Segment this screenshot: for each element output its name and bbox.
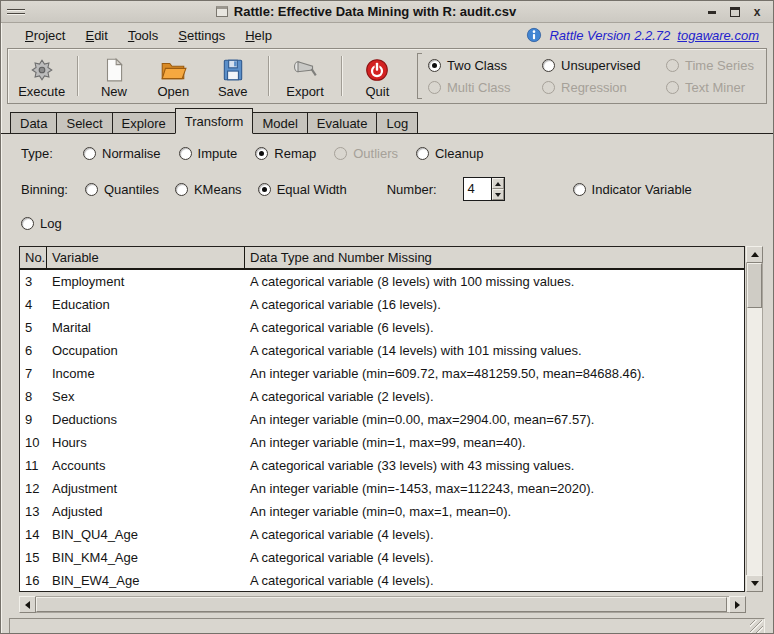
column-header-datatype: Data Type and Number Missing <box>245 247 744 268</box>
table-row[interactable]: 6 Occupation A categorical variable (14 … <box>20 339 744 362</box>
radio-dot <box>666 59 679 72</box>
tab-model[interactable]: Model <box>252 112 307 133</box>
table-row[interactable]: 10 Hours An integer variable (min=1, max… <box>20 431 744 454</box>
cell-no: 12 <box>20 477 47 500</box>
radio-unsupervised[interactable]: Unsupervised <box>542 58 664 73</box>
cell-no: 5 <box>20 316 47 339</box>
open-folder-icon <box>159 57 187 83</box>
cell-no: 16 <box>20 569 47 591</box>
menu-settings[interactable]: Settings <box>168 26 235 45</box>
window-controls: x <box>707 6 767 18</box>
menu-project[interactable]: Project <box>15 26 75 45</box>
cell-variable: Occupation <box>47 339 245 362</box>
radio-remap[interactable]: Remap <box>255 146 316 161</box>
save-button[interactable]: Save <box>203 51 262 101</box>
radio-cleanup[interactable]: Cleanup <box>416 146 483 161</box>
info-icon <box>526 27 542 43</box>
horizontal-scroll-track[interactable] <box>36 596 729 613</box>
radio-dot <box>666 81 679 94</box>
minimize-icon[interactable] <box>707 6 719 18</box>
radio-indicator-variable[interactable]: Indicator Variable <box>573 182 692 197</box>
table-row[interactable]: 11 Accounts A categorical variable (33 l… <box>20 454 744 477</box>
radio-equal-width[interactable]: Equal Width <box>258 182 347 197</box>
number-spinbox[interactable]: 4 <box>463 177 505 201</box>
group-bracket <box>417 53 422 99</box>
menubar: Project Edit Tools Settings Help Rattle … <box>1 23 773 47</box>
export-horn-icon <box>291 57 319 83</box>
cell-variable: Income <box>47 362 245 385</box>
type-option-row: Type: Normalise Impute Remap Outliers Cl… <box>1 136 773 170</box>
radio-dot <box>175 183 188 196</box>
tab-transform[interactable]: Transform <box>175 108 254 134</box>
tab-explore[interactable]: Explore <box>112 112 176 133</box>
toolbar-separator <box>341 56 342 96</box>
tab-select[interactable]: Select <box>56 112 112 133</box>
close-icon[interactable]: x <box>751 6 763 18</box>
horizontal-scrollbar[interactable] <box>19 596 746 613</box>
table-row[interactable]: 16 BIN_EW4_Age A categorical variable (4… <box>20 569 744 591</box>
table-row[interactable]: 3 Employment A categorical variable (8 l… <box>20 270 744 293</box>
export-button[interactable]: Export <box>275 51 334 101</box>
table-row[interactable]: 15 BIN_KM4_Age A categorical variable (4… <box>20 546 744 569</box>
cell-no: 14 <box>20 523 47 546</box>
column-header-variable: Variable <box>47 247 245 268</box>
table-row[interactable]: 4 Education A categorical variable (16 l… <box>20 293 744 316</box>
table-row[interactable]: 8 Sex A categorical variable (2 levels). <box>20 385 744 408</box>
new-button[interactable]: New <box>84 51 143 101</box>
window-menu-icon[interactable] <box>7 5 25 19</box>
execute-button[interactable]: Execute <box>12 51 71 101</box>
tab-log[interactable]: Log <box>376 112 418 133</box>
scroll-right-icon[interactable] <box>729 596 746 613</box>
log-option-row: Log <box>1 208 773 238</box>
cell-variable: BIN_KM4_Age <box>47 546 245 569</box>
vertical-scrollbar[interactable] <box>746 246 763 592</box>
spin-up-icon[interactable] <box>492 178 504 189</box>
vertical-scroll-track[interactable] <box>746 263 763 575</box>
table-row[interactable]: 14 BIN_QU4_Age A categorical variable (4… <box>20 523 744 546</box>
table-row[interactable]: 13 Adjusted An integer variable (min=0, … <box>20 500 744 523</box>
model-type-group: Two Class Unsupervised Time Series Multi… <box>417 53 762 99</box>
table-row[interactable]: 12 Adjustment An integer variable (min=-… <box>20 477 744 500</box>
column-header-no: No. <box>20 247 47 268</box>
binning-label: Binning: <box>21 182 73 197</box>
cell-no: 15 <box>20 546 47 569</box>
scroll-down-icon[interactable] <box>746 575 763 592</box>
resize-grip[interactable] <box>750 620 763 633</box>
scroll-up-icon[interactable] <box>746 246 763 263</box>
cell-no: 3 <box>20 270 47 293</box>
cell-variable: Employment <box>47 270 245 293</box>
table-row[interactable]: 5 Marital A categorical variable (6 leve… <box>20 316 744 339</box>
radio-two-class[interactable]: Two Class <box>428 58 540 73</box>
cell-variable: Hours <box>47 431 245 454</box>
radio-kmeans[interactable]: KMeans <box>175 182 242 197</box>
tabstrip: Data Select Explore Transform Model Eval… <box>1 104 773 134</box>
radio-time-series: Time Series <box>666 58 762 73</box>
vertical-scroll-thumb[interactable] <box>747 263 762 308</box>
cell-variable: Accounts <box>47 454 245 477</box>
radio-normalise[interactable]: Normalise <box>83 146 161 161</box>
scroll-left-icon[interactable] <box>19 596 36 613</box>
spin-down-icon[interactable] <box>492 189 504 200</box>
menu-edit[interactable]: Edit <box>75 26 117 45</box>
number-value[interactable]: 4 <box>464 178 491 200</box>
cell-variable: BIN_EW4_Age <box>47 569 245 591</box>
tab-evaluate[interactable]: Evaluate <box>307 112 378 133</box>
radio-quantiles[interactable]: Quantiles <box>85 182 159 197</box>
quit-button[interactable]: Quit <box>348 51 407 101</box>
radio-log[interactable]: Log <box>21 216 62 231</box>
table-row[interactable]: 7 Income An integer variable (min=609.72… <box>20 362 744 385</box>
horizontal-scroll-thumb[interactable] <box>36 597 727 612</box>
menu-tools[interactable]: Tools <box>118 26 168 45</box>
open-button[interactable]: Open <box>144 51 203 101</box>
save-floppy-icon <box>220 57 246 83</box>
radio-impute[interactable]: Impute <box>179 146 238 161</box>
menu-help[interactable]: Help <box>235 26 282 45</box>
tab-data[interactable]: Data <box>10 112 57 133</box>
maximize-icon[interactable] <box>729 6 741 18</box>
binning-option-row: Binning: Quantiles KMeans Equal Width Nu… <box>1 170 773 208</box>
radio-dot <box>428 59 441 72</box>
radio-dot <box>334 147 347 160</box>
cell-datatype: A categorical variable (8 levels) with 1… <box>245 270 744 293</box>
togaware-link[interactable]: togaware.com <box>677 28 759 43</box>
table-row[interactable]: 9 Deductions An integer variable (min=0.… <box>20 408 744 431</box>
